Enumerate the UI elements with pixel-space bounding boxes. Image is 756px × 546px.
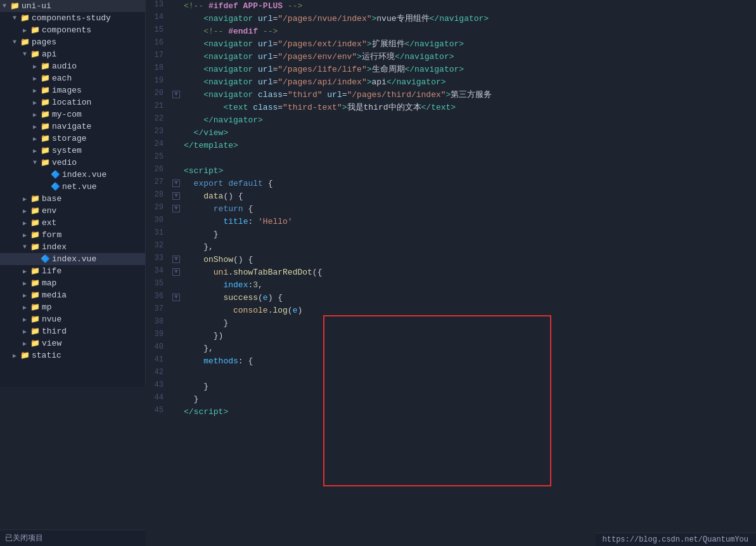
fold-button	[171, 25, 181, 38]
sidebar-item-navigate[interactable]: ▶📁navigate	[0, 120, 145, 133]
fold-icon[interactable]: ▼	[172, 91, 180, 98]
line-number: 32	[146, 241, 171, 254]
sidebar-item-system[interactable]: ▶📁system	[0, 145, 145, 157]
fold-button[interactable]: ▼	[171, 254, 181, 266]
sidebar-item-mp[interactable]: ▶📁mp	[0, 301, 145, 313]
code-line-content: <text class="third-text">我是third中的文本</te…	[181, 101, 756, 114]
table-row: 37 console.log(e)	[146, 304, 756, 317]
code-line-content: return {	[181, 203, 756, 216]
fold-button	[171, 279, 181, 292]
fold-button	[171, 13, 181, 25]
fold-icon[interactable]: ▼	[172, 256, 180, 263]
tree-item-label: index	[41, 242, 145, 252]
sidebar-item-env[interactable]: ▶📁env	[0, 205, 145, 217]
tree-arrow-icon: ▼	[20, 244, 29, 250]
sidebar-item-index-vue-2[interactable]: 🔷index.vue	[0, 253, 145, 265]
fold-button[interactable]: ▼	[171, 203, 181, 216]
fold-button[interactable]: ▼	[171, 266, 181, 279]
tree-arrow-icon: ▼	[10, 39, 19, 46]
close-project-bar[interactable]: 已关闭项目	[0, 530, 146, 546]
fold-icon[interactable]: ▼	[172, 294, 180, 301]
fold-icon[interactable]: ▼	[172, 179, 180, 187]
fold-icon[interactable]: ▼	[172, 192, 180, 200]
sidebar-item-map[interactable]: ▶📁map	[0, 277, 145, 289]
tree-arrow-icon: ▶	[20, 304, 29, 311]
tree-arrow-icon: ▶	[30, 99, 39, 107]
sidebar-item-each[interactable]: ▶📁each	[0, 72, 145, 84]
sidebar-item-view[interactable]: ▶📁view	[0, 337, 145, 349]
sidebar-item-components[interactable]: ▶📁components	[0, 24, 145, 36]
tree-item-label: media	[41, 290, 145, 300]
code-line-content: </view>	[181, 127, 756, 140]
sidebar-item-components-study[interactable]: ▼📁components-study	[0, 12, 145, 24]
tree-arrow-icon: ▶	[20, 219, 29, 227]
sidebar-item-uni-ui[interactable]: ▼📁uni-ui	[0, 0, 145, 12]
fold-icon[interactable]: ▼	[172, 205, 180, 212]
sidebar-item-life[interactable]: ▶📁life	[0, 265, 145, 277]
tree-item-label: env	[41, 206, 145, 216]
line-number: 40	[146, 342, 171, 355]
sidebar-item-form[interactable]: ▶📁form	[0, 229, 145, 241]
sidebar-item-my-com[interactable]: ▶📁my-com	[0, 108, 145, 120]
sidebar-item-net-vue[interactable]: 🔷net.vue	[0, 181, 145, 193]
folder-icon: 📁	[29, 49, 41, 59]
code-line-content: }	[181, 380, 756, 393]
sidebar-item-nvue[interactable]: ▶📁nvue	[0, 313, 145, 325]
tree-arrow-icon: ▶	[30, 63, 39, 70]
fold-button	[171, 165, 181, 178]
folder-icon: 📁	[29, 327, 41, 336]
sidebar-item-pages[interactable]: ▼📁pages	[0, 36, 145, 48]
sidebar-item-ext[interactable]: ▶📁ext	[0, 217, 145, 229]
fold-button[interactable]: ▼	[171, 292, 181, 304]
line-number: 21	[146, 101, 171, 114]
sidebar-item-index[interactable]: ▼📁index	[0, 241, 145, 253]
sidebar-item-static[interactable]: ▶📁static	[0, 349, 145, 361]
table-row: 32 },	[146, 241, 756, 254]
folder-icon: 📁	[39, 98, 51, 107]
fold-button[interactable]: ▼	[171, 89, 181, 101]
sidebar-item-images[interactable]: ▶📁images	[0, 84, 145, 96]
folder-icon: 📁	[39, 146, 51, 155]
sidebar-item-index-vue-1[interactable]: 🔷index.vue	[0, 169, 145, 181]
line-number: 34	[146, 266, 171, 279]
code-editor[interactable]: 13<!-- #ifdef APP-PLUS -->14 <navigator …	[146, 0, 756, 546]
sidebar-item-base[interactable]: ▶📁base	[0, 193, 145, 205]
folder-icon: 📁	[39, 134, 51, 143]
tree-item-label: uni-ui	[20, 1, 145, 11]
table-row: 25	[146, 152, 756, 165]
code-line-content: console.log(e)	[181, 304, 756, 317]
tree-arrow-icon: ▶	[20, 207, 29, 215]
tree-arrow-icon: ▶	[30, 111, 39, 119]
table-row: 43 }	[146, 380, 756, 393]
line-number: 25	[146, 152, 171, 165]
table-row: 28▼ data() {	[146, 190, 756, 203]
sidebar-item-media[interactable]: ▶📁media	[0, 289, 145, 301]
close-project-label: 已关闭项目	[5, 534, 43, 543]
folder-icon: 📁	[29, 290, 41, 300]
vue-file-icon: 🔷	[49, 182, 61, 192]
tree-arrow-icon: ▶	[30, 123, 39, 131]
line-number: 38	[146, 317, 171, 330]
sidebar-item-vedio[interactable]: ▼📁vedio	[0, 157, 145, 169]
folder-icon: 📁	[39, 62, 51, 71]
fold-icon[interactable]: ▼	[172, 268, 180, 276]
table-row: 41 methods: {	[146, 355, 756, 368]
fold-button[interactable]: ▼	[171, 178, 181, 190]
sidebar-item-third[interactable]: ▶📁third	[0, 325, 145, 337]
code-line-content: <navigator url="/pages/api/index">api</n…	[181, 76, 756, 89]
sidebar-item-audio[interactable]: ▶📁audio	[0, 60, 145, 72]
sidebar-item-api[interactable]: ▼📁api	[0, 48, 145, 60]
fold-button	[171, 38, 181, 51]
sidebar-item-location[interactable]: ▶📁location	[0, 96, 145, 108]
tree-item-label: static	[30, 351, 145, 360]
tree-arrow-icon: ▶	[10, 352, 19, 360]
table-row: 35 index:3,	[146, 279, 756, 292]
tree-item-label: index.vue	[61, 170, 145, 179]
file-tree: ▼📁uni-ui▼📁components-study▶📁components▼📁…	[0, 0, 146, 387]
code-line-content: title: 'Hello'	[181, 216, 756, 228]
tree-arrow-icon: ▶	[20, 280, 29, 287]
tree-item-label: base	[41, 194, 145, 204]
sidebar-item-storage[interactable]: ▶📁storage	[0, 133, 145, 145]
fold-button[interactable]: ▼	[171, 190, 181, 203]
tree-item-label: form	[41, 230, 145, 240]
